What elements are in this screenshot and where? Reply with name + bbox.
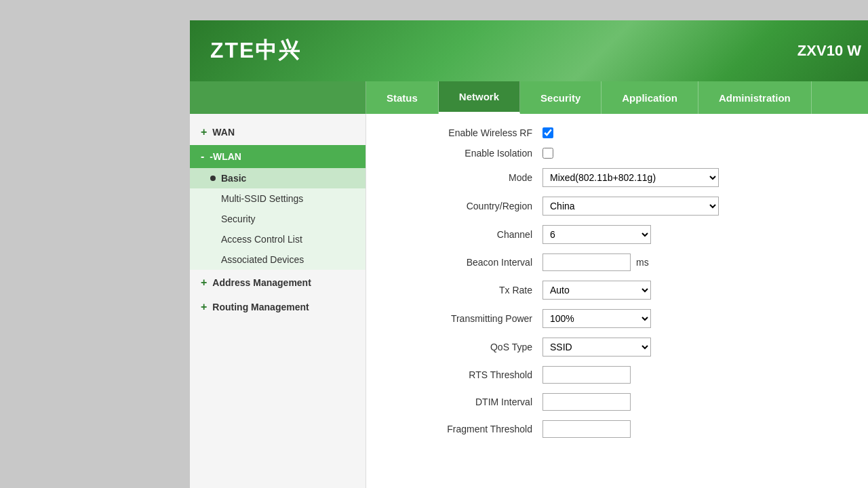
dtim-interval-input[interactable]: 1 xyxy=(542,393,631,411)
nav-item-empty xyxy=(190,81,366,114)
sidebar: + WAN - -WLAN Basic Multi-SSID Settings xyxy=(190,114,366,488)
sidebar-item-routing-management[interactable]: + Routing Management xyxy=(190,296,366,319)
rts-threshold-label: RTS Threshold xyxy=(393,369,542,380)
country-region-control: China United States Europe xyxy=(542,197,841,216)
sidebar-sub-item-acl[interactable]: Access Control List xyxy=(190,229,366,249)
content-area: + WAN - -WLAN Basic Multi-SSID Settings xyxy=(190,114,868,488)
dtim-interval-label: DTIM Interval xyxy=(393,396,542,407)
fragment-threshold-input[interactable]: 2346 xyxy=(542,420,631,438)
sidebar-section-address: + Address Management xyxy=(190,271,366,294)
form-row-mode: Mode Mixed(802.11b+802.11g) 802.11b only… xyxy=(393,168,841,187)
sidebar-section-wan: + WAN xyxy=(190,121,366,144)
plus-icon-routing: + xyxy=(201,301,207,313)
form-row-channel: Channel 12345 678910 11Auto xyxy=(393,225,841,244)
form-row-dtim-interval: DTIM Interval 1 xyxy=(393,393,841,411)
sidebar-item-address-management[interactable]: + Address Management xyxy=(190,271,366,294)
transmitting-power-label: Transmitting Power xyxy=(393,313,542,324)
form-row-fragment-threshold: Fragment Threshold 2346 xyxy=(393,420,841,438)
beacon-interval-input[interactable]: 100 xyxy=(542,253,631,271)
plus-icon-address: + xyxy=(201,277,207,289)
enable-wireless-rf-label: Enable Wireless RF xyxy=(393,127,542,138)
beacon-interval-label: Beacon Interval xyxy=(393,257,542,268)
enable-wireless-rf-checkbox[interactable] xyxy=(542,127,553,138)
enable-isolation-label: Enable Isolation xyxy=(393,148,542,159)
form-row-tx-rate: Tx Rate Auto 1 Mbps 2 Mbps 5.5 Mbps 11 M… xyxy=(393,281,841,300)
form-row-country: Country/Region China United States Europ… xyxy=(393,197,841,216)
tx-rate-label: Tx Rate xyxy=(393,285,542,296)
logo: ZTE中兴 xyxy=(210,36,301,66)
channel-label: Channel xyxy=(393,229,542,240)
tx-rate-control: Auto 1 Mbps 2 Mbps 5.5 Mbps 11 Mbps xyxy=(542,281,841,300)
bullet-icon xyxy=(210,176,216,181)
country-region-select[interactable]: China United States Europe xyxy=(542,197,719,216)
qos-type-select[interactable]: SSID WMM xyxy=(542,338,651,357)
qos-type-control: SSID WMM xyxy=(542,338,841,357)
country-region-label: Country/Region xyxy=(393,201,542,211)
beacon-interval-control: 100 ms xyxy=(542,253,841,271)
sidebar-section-wlan: - -WLAN Basic Multi-SSID Settings Securi… xyxy=(190,145,366,270)
plus-icon-wan: + xyxy=(201,126,207,138)
mode-select[interactable]: Mixed(802.11b+802.11g) 802.11b only 802.… xyxy=(542,168,719,187)
sidebar-sub-item-multi-ssid[interactable]: Multi-SSID Settings xyxy=(190,188,366,209)
fragment-threshold-label: Fragment Threshold xyxy=(393,424,542,434)
minus-icon-wlan: - xyxy=(201,150,204,163)
form-row-isolation: Enable Isolation xyxy=(393,148,841,159)
device-name: ZXV10 W xyxy=(797,42,861,60)
main-content: Enable Wireless RF Enable Isolation Mode… xyxy=(366,114,868,488)
sidebar-section-routing: + Routing Management xyxy=(190,296,366,319)
sidebar-sub-item-basic[interactable]: Basic xyxy=(190,168,366,188)
nav-item-network[interactable]: Network xyxy=(439,81,520,114)
tx-rate-select[interactable]: Auto 1 Mbps 2 Mbps 5.5 Mbps 11 Mbps xyxy=(542,281,651,300)
sidebar-item-wan[interactable]: + WAN xyxy=(190,121,366,144)
enable-isolation-control xyxy=(542,148,841,159)
enable-isolation-checkbox[interactable] xyxy=(542,148,553,159)
form-row-rts-threshold: RTS Threshold 2347 xyxy=(393,366,841,384)
qos-type-label: QoS Type xyxy=(393,342,542,352)
rts-threshold-input[interactable]: 2347 xyxy=(542,366,631,384)
fragment-threshold-control: 2346 xyxy=(542,420,841,438)
channel-control: 12345 678910 11Auto xyxy=(542,225,841,244)
form-row-wireless-rf: Enable Wireless RF xyxy=(393,127,841,138)
rts-threshold-control: 2347 xyxy=(542,366,841,384)
transmitting-power-control: 100% 75% 50% 25% xyxy=(542,309,841,328)
mode-label: Mode xyxy=(393,172,542,183)
mode-control: Mixed(802.11b+802.11g) 802.11b only 802.… xyxy=(542,168,841,187)
logo-text: ZTE中兴 xyxy=(210,36,301,66)
beacon-interval-unit: ms xyxy=(636,257,649,268)
nav-item-application[interactable]: Application xyxy=(601,81,698,114)
form-row-transmitting-power: Transmitting Power 100% 75% 50% 25% xyxy=(393,309,841,328)
nav-bar: Status Network Security Application Admi… xyxy=(190,81,868,114)
sidebar-sub-item-associated-devices[interactable]: Associated Devices xyxy=(190,249,366,270)
enable-wireless-rf-control xyxy=(542,127,841,138)
nav-item-security[interactable]: Security xyxy=(520,81,601,114)
channel-select[interactable]: 12345 678910 11Auto xyxy=(542,225,651,244)
nav-item-administration[interactable]: Administration xyxy=(698,81,812,114)
nav-item-status[interactable]: Status xyxy=(366,81,439,114)
header: ZTE中兴 ZXV10 W xyxy=(190,20,868,81)
form-row-beacon-interval: Beacon Interval 100 ms xyxy=(393,253,841,271)
sidebar-item-wlan[interactable]: - -WLAN xyxy=(190,145,366,168)
form-row-qos-type: QoS Type SSID WMM xyxy=(393,338,841,357)
dtim-interval-control: 1 xyxy=(542,393,841,411)
sidebar-sub-item-security[interactable]: Security xyxy=(190,209,366,229)
transmitting-power-select[interactable]: 100% 75% 50% 25% xyxy=(542,309,651,328)
